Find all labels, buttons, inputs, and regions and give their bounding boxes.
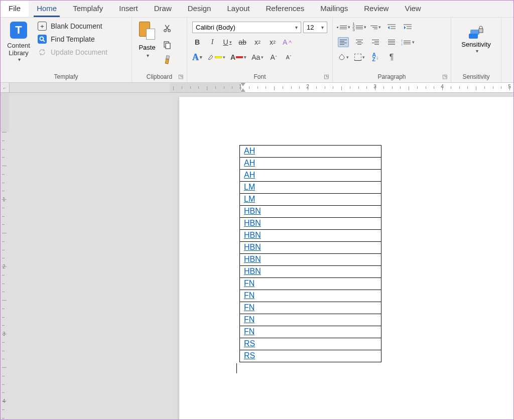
document-canvas[interactable]: AHAHAHLMLMHBNHBNHBNHBNHBNHBNFNFNFNFNFNRS… xyxy=(10,93,513,419)
underline-button[interactable]: U▾ xyxy=(222,37,232,47)
tab-references[interactable]: References xyxy=(258,1,313,17)
svg-point-3 xyxy=(168,30,171,32)
superscript-button[interactable]: x2 xyxy=(268,37,278,47)
text-effects-button[interactable]: A▾ xyxy=(192,52,202,62)
highlight-button[interactable]: ▾ xyxy=(207,52,225,62)
sort-button[interactable]: AZ↓ xyxy=(370,52,381,62)
hyperlink-cell[interactable]: FN xyxy=(244,303,254,312)
blank-document-button[interactable]: + Blank Document xyxy=(38,22,107,31)
table-row[interactable]: HBN xyxy=(240,254,381,266)
svg-point-2 xyxy=(164,30,167,32)
table-row[interactable]: AH xyxy=(240,158,381,170)
document-table[interactable]: AHAHAHLMLMHBNHBNHBNHBNHBNHBNFNFNFNFNFNRS… xyxy=(239,145,381,362)
tab-review[interactable]: Review xyxy=(356,1,397,17)
table-row[interactable]: FN xyxy=(240,314,381,326)
justify-button[interactable] xyxy=(386,37,397,47)
table-row[interactable]: HBN xyxy=(240,218,381,230)
table-row[interactable]: AH xyxy=(240,146,381,158)
font-name-dropdown[interactable]: Calibri (Body) ▾ xyxy=(192,22,301,33)
format-painter-button[interactable] xyxy=(160,54,174,68)
table-row[interactable]: HBN xyxy=(240,266,381,278)
align-left-button[interactable] xyxy=(338,37,349,47)
svg-point-0 xyxy=(40,37,44,41)
borders-button[interactable]: ▾ xyxy=(354,52,365,62)
font-color-button[interactable]: A▾ xyxy=(230,52,246,62)
hyperlink-cell[interactable]: AH xyxy=(244,171,255,179)
italic-button[interactable]: I xyxy=(207,37,217,47)
hyperlink-cell[interactable]: HBN xyxy=(244,243,261,251)
hyperlink-cell[interactable]: LM xyxy=(244,183,255,191)
hyperlink-cell[interactable]: HBN xyxy=(244,255,261,263)
strikethrough-button[interactable]: ab xyxy=(237,37,247,47)
chevron-down-icon: ▾ xyxy=(18,57,21,62)
table-row[interactable]: FN xyxy=(240,326,381,338)
svg-rect-7 xyxy=(166,43,170,49)
line-spacing-button[interactable]: ↑↓ ▾ xyxy=(402,37,413,47)
subscript-button[interactable]: x2 xyxy=(252,37,263,47)
cut-button[interactable] xyxy=(162,24,172,34)
increase-indent-button[interactable] xyxy=(402,22,413,32)
bullets-button[interactable]: ▾ xyxy=(338,22,349,32)
decrease-indent-button[interactable] xyxy=(386,22,397,32)
chevron-down-icon: ▾ xyxy=(147,53,149,58)
search-templates-icon xyxy=(38,35,47,44)
hyperlink-cell[interactable]: AH xyxy=(244,159,255,167)
tab-layout[interactable]: Layout xyxy=(219,1,258,17)
table-row[interactable]: RS xyxy=(240,338,381,350)
find-template-button[interactable]: Find Template xyxy=(38,35,107,44)
hyperlink-cell[interactable]: AH xyxy=(244,147,255,155)
hyperlink-cell[interactable]: RS xyxy=(244,351,255,360)
table-row[interactable]: HBN xyxy=(240,230,381,242)
hyperlink-cell[interactable]: FN xyxy=(244,327,254,336)
table-row[interactable]: LM xyxy=(240,194,381,206)
hyperlink-cell[interactable]: FN xyxy=(244,291,254,300)
font-size-dropdown[interactable]: 12 ▾ xyxy=(303,22,327,33)
clear-formatting-button[interactable]: A xyxy=(283,37,293,47)
table-row[interactable]: FN xyxy=(240,278,381,290)
numbering-button[interactable]: 123 ▾ xyxy=(354,22,365,32)
sensitivity-icon xyxy=(467,23,485,41)
table-row[interactable]: HBN xyxy=(240,206,381,218)
align-right-button[interactable] xyxy=(370,37,381,47)
tab-view[interactable]: View xyxy=(397,1,429,17)
horizontal-ruler[interactable]: 12345 xyxy=(10,83,513,93)
tab-mailings[interactable]: Mailings xyxy=(312,1,356,17)
group-label-templafy: Templafy xyxy=(1,73,132,80)
bold-button[interactable]: B xyxy=(192,37,202,47)
hyperlink-cell[interactable]: HBN xyxy=(244,267,261,275)
tab-design[interactable]: Design xyxy=(180,1,219,17)
hyperlink-cell[interactable]: HBN xyxy=(244,231,261,239)
copy-button[interactable] xyxy=(162,40,172,50)
table-row[interactable]: FN xyxy=(240,302,381,314)
table-row[interactable]: HBN xyxy=(240,242,381,254)
table-row[interactable]: RS xyxy=(240,350,381,362)
hyperlink-cell[interactable]: FN xyxy=(244,279,254,288)
shading-button[interactable]: ▾ xyxy=(338,52,349,62)
multilevel-list-button[interactable]: ▾ xyxy=(370,22,381,32)
table-row[interactable]: FN xyxy=(240,290,381,302)
group-label-sensitivity: Sensitivity xyxy=(451,73,501,80)
hyperlink-cell[interactable]: LM xyxy=(244,195,255,203)
table-row[interactable]: LM xyxy=(240,182,381,194)
document-area: ⌐ 1234 12345 AHAHAHLMLMHBNHBNHBNHBNHBNHB… xyxy=(1,83,513,419)
hyperlink-cell[interactable]: FN xyxy=(244,315,254,324)
hyperlink-cell[interactable]: RS xyxy=(244,339,255,348)
hyperlink-cell[interactable]: HBN xyxy=(244,207,261,215)
tab-insert[interactable]: Insert xyxy=(111,1,146,17)
hyperlink-cell[interactable]: HBN xyxy=(244,219,261,227)
align-center-button[interactable] xyxy=(354,37,365,47)
tab-file[interactable]: File xyxy=(1,1,29,17)
table-row[interactable]: AH xyxy=(240,170,381,182)
clipboard-dialog-launcher[interactable]: ◳ xyxy=(178,73,184,79)
tab-home[interactable]: Home xyxy=(29,1,65,17)
change-case-button[interactable]: Aa▾ xyxy=(251,52,264,62)
font-dialog-launcher[interactable]: ◳ xyxy=(324,73,330,79)
grow-font-button[interactable]: A˄ xyxy=(269,52,279,62)
tab-templafy[interactable]: Templafy xyxy=(65,1,111,17)
sensitivity-button[interactable]: Sensitivity ▾ xyxy=(454,20,498,54)
paragraph-dialog-launcher[interactable]: ◳ xyxy=(442,73,448,79)
shrink-font-button[interactable]: A˅ xyxy=(284,52,294,62)
group-paragraph: ▾ 123 ▾ ▾ xyxy=(333,18,451,82)
tab-draw[interactable]: Draw xyxy=(146,1,180,17)
show-hide-button[interactable]: ¶ xyxy=(386,52,397,62)
